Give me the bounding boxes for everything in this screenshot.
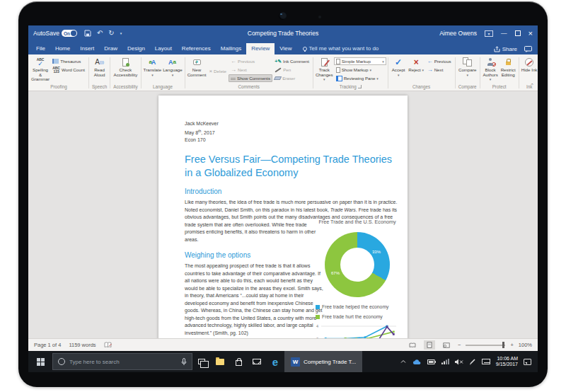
next-comment-button[interactable]: →Next <box>229 66 272 74</box>
pie-value-label-blue: 33% <box>372 248 381 256</box>
date-line[interactable]: May 8th, 2017 <box>185 127 398 137</box>
spelling-grammar-button[interactable]: ABC✓ Spelling & Grammar <box>30 55 50 84</box>
author-line[interactable]: Jack McKeever <box>185 120 398 127</box>
store-button[interactable] <box>229 351 248 372</box>
undo-icon[interactable]: ↶ <box>97 30 103 37</box>
tab-draw[interactable]: Draw <box>99 43 122 54</box>
search-input[interactable] <box>69 359 177 365</box>
file-explorer-button[interactable] <box>211 351 229 372</box>
language-button[interactable]: Aa Language ▾ <box>162 55 183 84</box>
edge-button[interactable]: e <box>266 351 284 372</box>
web-layout-icon <box>443 342 450 348</box>
weighing-paragraph-1[interactable]: The most appealing prospect of free trad… <box>185 263 326 337</box>
show-comments-button[interactable]: Show Comments <box>229 74 272 82</box>
document-byline[interactable]: Jack McKeever May 8th, 2017 Econ 170 <box>185 120 398 144</box>
zoom-slider-thumb[interactable] <box>502 342 504 348</box>
reviewing-pane-dropdown[interactable]: Reviewing Pane▾ <box>334 74 386 82</box>
autosave-toggle[interactable]: AutoSave On <box>33 30 77 37</box>
read-mode-button[interactable] <box>406 341 419 350</box>
close-button[interactable]: × <box>529 29 533 38</box>
onedrive-icon[interactable] <box>412 359 422 365</box>
proofing-status-icon[interactable] <box>104 342 112 348</box>
zoom-in-button[interactable]: + <box>510 342 513 348</box>
print-layout-button[interactable] <box>424 340 435 350</box>
redo-icon[interactable]: ↻ <box>108 30 114 37</box>
delete-comment-button[interactable]: ×Delete <box>207 67 229 75</box>
clock[interactable]: 10:06 AM 9/15/2017 <box>496 356 518 368</box>
minimize-button[interactable]: — <box>501 30 507 37</box>
zoom-out-button[interactable]: − <box>458 342 461 348</box>
page-indicator[interactable]: Page 1 of 4 <box>34 342 61 348</box>
pen-button[interactable]: Pen <box>272 66 311 74</box>
tab-insert[interactable]: Insert <box>75 43 99 54</box>
volume-muted-icon[interactable] <box>455 359 463 365</box>
signed-in-user[interactable]: Aimee Owens <box>439 30 477 37</box>
share-button[interactable]: Share <box>494 46 517 52</box>
changes-group-label: Changes <box>390 84 454 91</box>
block-authors-button[interactable]: Block Authors ▾ <box>482 55 499 84</box>
tab-view[interactable]: View <box>275 43 296 54</box>
tracking-dialog-launcher-icon[interactable] <box>358 85 362 88</box>
accept-button[interactable]: ✓ Accept ▾ <box>390 55 408 84</box>
track-changes-button[interactable]: Track Changes ▾ <box>315 55 334 84</box>
display-for-review-dropdown[interactable]: Simple Markup▾ <box>334 57 386 65</box>
tab-file[interactable]: File <box>31 43 50 54</box>
tab-mailings[interactable]: Mailings <box>216 43 246 54</box>
course-line[interactable]: Econ 170 <box>185 137 398 144</box>
compare-button[interactable]: Compare ▾ <box>457 55 478 84</box>
donut-chart[interactable]: 33% 67% <box>325 232 390 297</box>
network-signal-icon[interactable] <box>441 359 449 364</box>
task-view-button[interactable] <box>192 351 211 372</box>
tab-review[interactable]: Review <box>246 43 275 54</box>
ribbon-display-options-icon[interactable]: ▾ <box>485 30 493 37</box>
web-layout-button[interactable] <box>440 341 453 350</box>
start-button[interactable] <box>28 351 52 372</box>
translate-button[interactable]: aA Translate ▾ <box>143 55 163 84</box>
tab-home[interactable]: Home <box>50 43 75 54</box>
restrict-editing-button[interactable]: Restrict Editing <box>499 55 517 84</box>
thesaurus-button[interactable]: Thesaurus <box>50 57 87 65</box>
restore-button[interactable] <box>515 30 521 36</box>
mini-line-chart[interactable]: 43 <box>316 324 399 338</box>
reject-button[interactable]: × Reject ▾ <box>408 55 425 84</box>
next-change-button[interactable]: →Next <box>425 66 454 74</box>
document-title[interactable]: Free Versus Fair—Competing Trade Theorie… <box>185 153 393 180</box>
pen-icon[interactable] <box>469 358 476 365</box>
restrict-editing-label: Restrict Editing <box>500 68 516 77</box>
document-page[interactable]: Jack McKeever May 8th, 2017 Econ 170 Fre… <box>158 96 408 338</box>
hide-ink-button[interactable]: Hide Ink <box>521 55 538 84</box>
svg-text:4: 4 <box>316 324 318 328</box>
show-markup-dropdown[interactable]: Show Markup▾ <box>334 66 386 74</box>
tab-references[interactable]: References <box>177 43 216 54</box>
word-count-indicator[interactable]: 1159 words <box>69 342 96 348</box>
read-aloud-button[interactable]: A))) Read Aloud <box>91 55 108 84</box>
taskbar-search-box[interactable] <box>52 353 192 370</box>
word-count-button[interactable]: ABC123Word Count <box>50 66 87 74</box>
previous-change-button[interactable]: ←Previous <box>425 57 454 65</box>
microphone-icon[interactable] <box>181 358 187 366</box>
word-taskbar-button[interactable]: W Competing Trade T... <box>284 351 362 372</box>
collapse-ribbon-icon[interactable]: ⌃ <box>530 83 534 88</box>
autosave-switch[interactable]: On <box>62 30 77 37</box>
zoom-percentage[interactable]: 100% <box>519 342 532 348</box>
new-comment-button[interactable]: + New Comment <box>187 55 207 84</box>
intro-paragraph-wrapped[interactable]: trade system that are often overlooked. … <box>185 221 326 244</box>
touch-keyboard-icon[interactable] <box>482 359 490 364</box>
qat-customize-icon[interactable]: ▾ <box>120 31 122 35</box>
battery-icon[interactable] <box>427 359 436 364</box>
tray-expand-icon[interactable] <box>400 359 407 364</box>
intro-heading[interactable]: Introduction <box>185 188 398 196</box>
document-canvas[interactable]: Jack McKeever May 8th, 2017 Econ 170 Fre… <box>28 91 538 338</box>
mail-button[interactable] <box>248 351 266 372</box>
save-icon[interactable] <box>84 30 91 37</box>
eraser-button[interactable]: Eraser <box>272 74 311 82</box>
tab-design[interactable]: Design <box>122 43 150 54</box>
check-accessibility-button[interactable]: Check Accessibility <box>112 55 139 84</box>
ink-comment-button[interactable]: +✎Ink Comment <box>272 57 311 65</box>
comments-pane-icon[interactable] <box>524 46 532 52</box>
zoom-slider[interactable] <box>466 345 505 346</box>
tab-layout[interactable]: Layout <box>150 43 177 54</box>
previous-comment-button[interactable]: ←Previous <box>229 57 272 65</box>
action-center-icon[interactable] <box>524 359 531 365</box>
tell-me-box[interactable]: Tell me what you want to do <box>303 45 379 54</box>
